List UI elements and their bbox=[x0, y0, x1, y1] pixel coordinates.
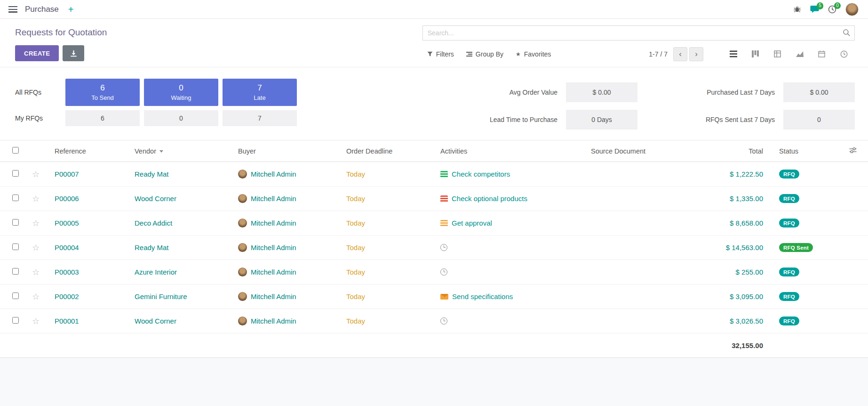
status-badge: RFQ bbox=[779, 194, 799, 203]
reference-link[interactable]: P00004 bbox=[55, 244, 79, 252]
pager-previous-button[interactable]: ‹ bbox=[673, 47, 687, 61]
buyer-link[interactable]: Mitchell Admin bbox=[251, 317, 296, 325]
pivot-view-button[interactable] bbox=[766, 47, 788, 61]
buyer-link[interactable]: Mitchell Admin bbox=[251, 292, 296, 300]
filters-button[interactable]: Filters bbox=[427, 50, 454, 58]
favorite-star-icon[interactable]: ☆ bbox=[32, 292, 40, 301]
search-icon[interactable] bbox=[843, 29, 851, 39]
activities-clock-icon[interactable]: 0 bbox=[828, 5, 836, 14]
status-badge: RFQ bbox=[779, 292, 799, 301]
graph-view-button[interactable] bbox=[788, 47, 811, 61]
favorite-star-icon[interactable]: ☆ bbox=[32, 194, 40, 203]
vendor-link[interactable]: Ready Mat bbox=[135, 170, 169, 178]
list-view-button[interactable] bbox=[722, 47, 744, 61]
optional-columns-button[interactable] bbox=[821, 140, 868, 162]
row-checkbox[interactable] bbox=[12, 244, 19, 250]
user-avatar[interactable] bbox=[845, 3, 859, 16]
buyer-link[interactable]: Mitchell Admin bbox=[251, 244, 296, 252]
table-row[interactable]: ☆ P00007 Ready Mat Mitchell Admin Today … bbox=[0, 162, 868, 187]
export-button[interactable] bbox=[63, 45, 84, 61]
row-checkbox[interactable] bbox=[12, 219, 19, 226]
apps-menu-icon[interactable] bbox=[8, 6, 17, 13]
activity-label[interactable]: Get approval bbox=[452, 219, 492, 227]
favorite-star-icon[interactable]: ☆ bbox=[32, 317, 40, 326]
column-header-order-deadline[interactable]: Order Deadline bbox=[339, 140, 433, 162]
group-by-button[interactable]: Group By bbox=[466, 50, 503, 58]
buyer-link[interactable]: Mitchell Admin bbox=[251, 195, 296, 203]
top-navbar: Purchase + 5 0 bbox=[0, 0, 868, 19]
reference-link[interactable]: P00002 bbox=[55, 292, 79, 300]
my-late-box[interactable]: 7 bbox=[223, 110, 297, 126]
create-button[interactable]: CREATE bbox=[15, 45, 59, 61]
row-checkbox[interactable] bbox=[12, 292, 19, 299]
graph-view-icon bbox=[796, 51, 804, 57]
table-row[interactable]: ☆ P00005 Deco Addict Mitchell Admin Toda… bbox=[0, 211, 868, 235]
column-header-activities[interactable]: Activities bbox=[433, 140, 583, 162]
column-header-buyer[interactable]: Buyer bbox=[231, 140, 339, 162]
activity-icon[interactable] bbox=[440, 171, 448, 178]
my-waiting-box[interactable]: 0 bbox=[144, 110, 218, 126]
activity-icon[interactable] bbox=[440, 195, 448, 202]
column-header-total[interactable]: Total bbox=[687, 140, 772, 162]
favorite-star-icon[interactable]: ☆ bbox=[32, 243, 40, 252]
buyer-link[interactable]: Mitchell Admin bbox=[251, 268, 296, 276]
favorite-star-icon[interactable]: ☆ bbox=[32, 170, 40, 179]
favorite-star-icon[interactable]: ☆ bbox=[32, 268, 40, 277]
messages-icon[interactable]: 5 bbox=[810, 5, 819, 13]
column-header-status[interactable]: Status bbox=[772, 140, 821, 162]
row-checkbox[interactable] bbox=[12, 195, 19, 201]
reference-link[interactable]: P00001 bbox=[55, 317, 79, 325]
activity-label[interactable]: Check competitors bbox=[452, 170, 510, 178]
table-row[interactable]: ☆ P00006 Wood Corner Mitchell Admin Toda… bbox=[0, 187, 868, 211]
order-deadline: Today bbox=[346, 170, 365, 178]
vendor-link[interactable]: Wood Corner bbox=[135, 317, 176, 325]
source-document bbox=[583, 309, 687, 333]
activity-icon[interactable] bbox=[440, 220, 448, 227]
column-header-vendor[interactable]: Vendor bbox=[127, 140, 231, 162]
activity-label[interactable]: Check optional products bbox=[452, 195, 527, 203]
favorites-button[interactable]: ★ Favorites bbox=[516, 50, 551, 58]
late-box[interactable]: 7 Late bbox=[223, 79, 297, 106]
search-input[interactable] bbox=[422, 25, 855, 41]
table-row[interactable]: ☆ P00003 Azure Interior Mitchell Admin T… bbox=[0, 260, 868, 284]
activity-icon[interactable] bbox=[440, 244, 447, 251]
reference-link[interactable]: P00006 bbox=[55, 195, 79, 203]
pager-next-button[interactable]: › bbox=[689, 47, 703, 61]
table-row[interactable]: ☆ P00004 Ready Mat Mitchell Admin Today … bbox=[0, 235, 868, 260]
table-row[interactable]: ☆ P00001 Wood Corner Mitchell Admin Toda… bbox=[0, 309, 868, 333]
vendor-link[interactable]: Azure Interior bbox=[135, 268, 177, 276]
reference-link[interactable]: P00007 bbox=[55, 170, 79, 178]
debug-bug-icon[interactable] bbox=[793, 5, 801, 13]
kanban-view-button[interactable] bbox=[744, 47, 766, 61]
row-checkbox[interactable] bbox=[12, 268, 19, 275]
activity-icon[interactable] bbox=[440, 294, 448, 300]
rfq-list: Reference Vendor Buyer Order Deadline Ac… bbox=[0, 140, 868, 358]
reference-link[interactable]: P00003 bbox=[55, 268, 79, 276]
app-title[interactable]: Purchase bbox=[25, 5, 59, 14]
row-checkbox[interactable] bbox=[12, 317, 19, 324]
row-checkbox[interactable] bbox=[12, 170, 19, 177]
activity-icon[interactable] bbox=[440, 268, 447, 276]
favorite-star-icon[interactable]: ☆ bbox=[32, 219, 40, 228]
activity-view-button[interactable] bbox=[833, 47, 855, 61]
buyer-link[interactable]: Mitchell Admin bbox=[251, 219, 296, 227]
vendor-link[interactable]: Gemini Furniture bbox=[135, 292, 187, 300]
total-amount: $ 1,222.50 bbox=[730, 170, 763, 178]
plus-icon[interactable]: + bbox=[66, 5, 76, 14]
my-to-send-box[interactable]: 6 bbox=[65, 110, 140, 126]
vendor-link[interactable]: Ready Mat bbox=[135, 244, 169, 252]
column-header-reference[interactable]: Reference bbox=[47, 140, 127, 162]
column-header-source-document[interactable]: Source Document bbox=[583, 140, 687, 162]
calendar-view-button[interactable] bbox=[811, 47, 833, 61]
reference-link[interactable]: P00005 bbox=[55, 219, 79, 227]
activity-label[interactable]: Send specifications bbox=[452, 292, 513, 300]
to-send-box[interactable]: 6 To Send bbox=[65, 79, 140, 106]
vendor-link[interactable]: Wood Corner bbox=[135, 195, 176, 203]
buyer-link[interactable]: Mitchell Admin bbox=[251, 170, 296, 178]
select-all-checkbox[interactable] bbox=[12, 147, 19, 154]
table-row[interactable]: ☆ P00002 Gemini Furniture Mitchell Admin… bbox=[0, 284, 868, 309]
download-icon bbox=[70, 50, 77, 57]
activity-icon[interactable] bbox=[440, 317, 447, 325]
vendor-link[interactable]: Deco Addict bbox=[135, 219, 172, 227]
waiting-box[interactable]: 0 Waiting bbox=[144, 79, 218, 106]
